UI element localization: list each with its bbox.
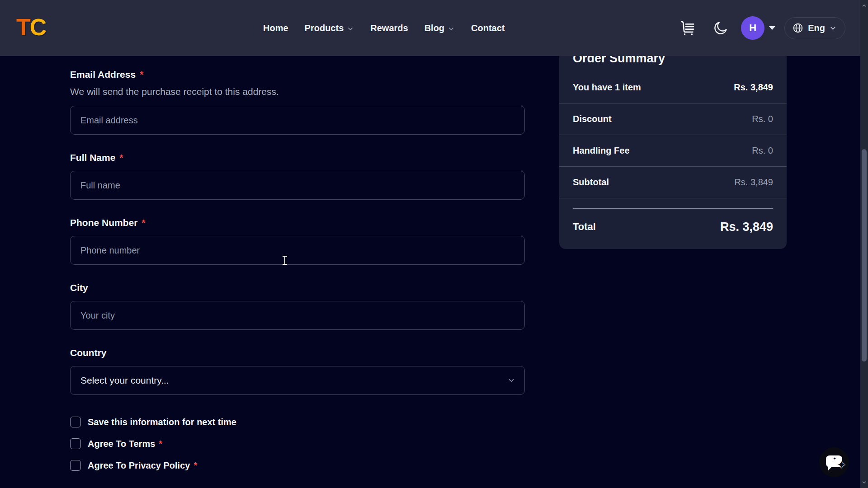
brand-logo[interactable]: TC bbox=[16, 14, 46, 41]
avatar-initial: H bbox=[749, 22, 756, 34]
order-summary-card: Order Summary You have 1 item Rs. 3,849 … bbox=[559, 47, 787, 249]
scrollbar-thumb[interactable] bbox=[862, 149, 867, 361]
save-info-checkbox[interactable] bbox=[70, 417, 81, 427]
agree-terms-checkbox-row[interactable]: Agree To Terms * bbox=[70, 438, 525, 449]
order-row-value: Rs. 3,849 bbox=[734, 82, 773, 93]
required-asterisk: * bbox=[119, 152, 123, 164]
chevron-down-icon bbox=[448, 25, 455, 33]
order-row-label: Discount bbox=[573, 114, 612, 124]
language-label: Eng bbox=[808, 23, 825, 33]
cart-button[interactable] bbox=[679, 19, 697, 37]
field-label-text: Phone Number bbox=[70, 217, 137, 229]
save-info-label: Save this information for next time bbox=[88, 417, 236, 427]
order-total-value: Rs. 3,849 bbox=[720, 220, 773, 234]
save-info-checkbox-row[interactable]: Save this information for next time bbox=[70, 417, 525, 427]
checkbox-label-text: Save this information for next time bbox=[88, 417, 236, 427]
country-label: Country bbox=[70, 347, 525, 359]
order-row-subtotal: Subtotal Rs. 3,849 bbox=[559, 167, 787, 198]
full-name-input[interactable] bbox=[70, 171, 525, 200]
scrollbar-down-arrow-icon[interactable] bbox=[862, 480, 867, 485]
dark-mode-toggle[interactable] bbox=[713, 20, 728, 36]
required-asterisk: * bbox=[142, 217, 145, 229]
agree-terms-checkbox[interactable] bbox=[70, 438, 81, 449]
full-name-label: Full Name * bbox=[70, 152, 525, 164]
mouse-cursor bbox=[282, 256, 288, 265]
field-label-text: City bbox=[70, 282, 88, 294]
sparkle-small-icon: ✦ bbox=[833, 457, 836, 461]
scrollbar-up-arrow-icon[interactable] bbox=[862, 3, 867, 8]
order-row-discount: Discount Rs. 0 bbox=[559, 103, 787, 135]
email-helper-text: We will send the purchase receipt to thi… bbox=[70, 86, 525, 98]
agree-privacy-checkbox-row[interactable]: Agree To Privacy Policy * bbox=[70, 460, 525, 471]
required-asterisk: * bbox=[159, 439, 162, 449]
city-field-group: City bbox=[70, 282, 525, 330]
chevron-down-icon bbox=[829, 24, 837, 32]
chevron-down-icon bbox=[507, 376, 515, 385]
order-row-items: You have 1 item Rs. 3,849 bbox=[559, 72, 787, 103]
order-row-value: Rs. 3,849 bbox=[734, 177, 773, 188]
agree-privacy-checkbox[interactable] bbox=[70, 460, 81, 471]
logo-letter-c: C bbox=[30, 14, 46, 40]
field-label-text: Full Name bbox=[70, 152, 115, 164]
nav-item-blog[interactable]: Blog bbox=[425, 23, 455, 33]
checkbox-label-text: Agree To Terms bbox=[88, 439, 155, 449]
order-row-label: You have 1 item bbox=[573, 82, 641, 93]
nav-label: Rewards bbox=[370, 23, 408, 33]
navbar: TC Home Products Rewards Blog Contact bbox=[0, 0, 860, 56]
phone-field-group: Phone Number * bbox=[70, 217, 525, 265]
main-nav: Home Products Rewards Blog Contact bbox=[263, 0, 505, 56]
required-asterisk: * bbox=[193, 460, 197, 471]
agree-terms-label: Agree To Terms * bbox=[88, 439, 162, 449]
chat-sparkle-icon: ✦ ✦ bbox=[826, 455, 842, 467]
moon-icon bbox=[713, 20, 728, 36]
agree-privacy-label: Agree To Privacy Policy * bbox=[88, 460, 197, 471]
checkbox-label-text: Agree To Privacy Policy bbox=[88, 460, 190, 471]
order-row-value: Rs. 0 bbox=[752, 145, 773, 156]
email-input[interactable] bbox=[70, 106, 525, 135]
chat-widget-button[interactable]: ✦ ✦ bbox=[819, 447, 849, 477]
order-total-row: Total Rs. 3,849 bbox=[559, 209, 787, 245]
globe-icon bbox=[792, 22, 804, 34]
logo-letter-t: T bbox=[16, 14, 30, 40]
avatar-dropdown-caret[interactable] bbox=[769, 26, 775, 30]
city-label: City bbox=[70, 282, 525, 294]
order-row-handling-fee: Handling Fee Rs. 0 bbox=[559, 135, 787, 167]
country-select[interactable]: Select your country... bbox=[70, 366, 525, 395]
country-select-value: Select your country... bbox=[80, 375, 169, 386]
phone-label: Phone Number * bbox=[70, 217, 525, 229]
nav-label: Contact bbox=[471, 23, 505, 33]
required-asterisk: * bbox=[140, 69, 143, 80]
city-input[interactable] bbox=[70, 301, 525, 330]
nav-label: Blog bbox=[425, 23, 444, 33]
navbar-controls: H Eng bbox=[679, 0, 845, 56]
language-selector[interactable]: Eng bbox=[784, 17, 845, 39]
chevron-down-icon bbox=[347, 25, 354, 33]
order-row-value: Rs. 0 bbox=[752, 114, 773, 124]
nav-label: Home bbox=[263, 23, 288, 33]
country-field-group: Country Select your country... bbox=[70, 347, 525, 395]
nav-item-products[interactable]: Products bbox=[305, 23, 354, 33]
cart-icon bbox=[679, 19, 697, 37]
order-row-label: Handling Fee bbox=[573, 145, 630, 156]
field-label-text: Email Address bbox=[70, 69, 136, 80]
nav-item-contact[interactable]: Contact bbox=[471, 23, 505, 33]
order-total-label: Total bbox=[573, 221, 596, 233]
field-label-text: Country bbox=[70, 347, 107, 359]
order-row-label: Subtotal bbox=[573, 177, 609, 188]
full-name-field-group: Full Name * bbox=[70, 152, 525, 200]
phone-input[interactable] bbox=[70, 236, 525, 265]
nav-label: Products bbox=[305, 23, 344, 33]
nav-item-home[interactable]: Home bbox=[263, 23, 288, 33]
nav-item-rewards[interactable]: Rewards bbox=[370, 23, 408, 33]
sparkle-big-icon: ✦ bbox=[837, 460, 846, 470]
email-field-group: Email Address * We will send the purchas… bbox=[70, 69, 525, 135]
checkout-form: Email Address * We will send the purchas… bbox=[70, 69, 525, 482]
browser-scrollbar[interactable] bbox=[860, 0, 868, 488]
user-avatar[interactable]: H bbox=[741, 16, 764, 40]
email-label: Email Address * bbox=[70, 69, 525, 80]
